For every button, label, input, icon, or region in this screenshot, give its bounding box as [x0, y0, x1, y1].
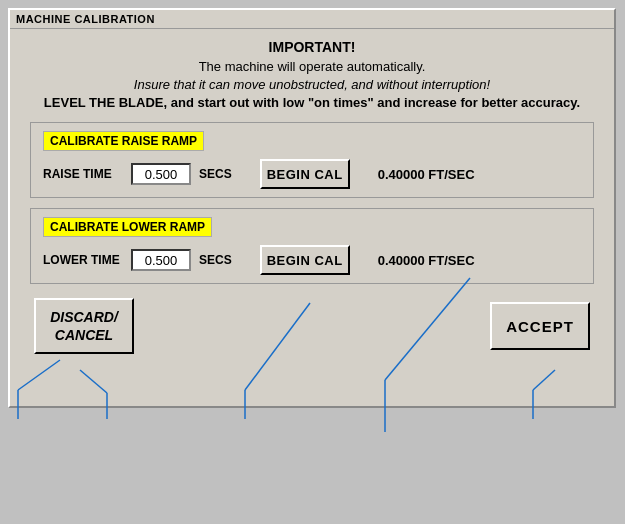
- line1: The machine will operate automatically.: [30, 59, 594, 74]
- lower-section-label: CALIBRATE LOWER RAMP: [43, 217, 212, 237]
- lower-begin-cal-button[interactable]: BEGIN CAL: [260, 245, 350, 275]
- lower-time-label: LOWER TIME: [43, 253, 123, 267]
- important-section: IMPORTANT! The machine will operate auto…: [30, 39, 594, 110]
- lower-ramp-section: CALIBRATE LOWER RAMP LOWER TIME SECS BEG…: [30, 208, 594, 284]
- raise-secs-label: SECS: [199, 167, 232, 181]
- raise-time-label: RAISE TIME: [43, 167, 123, 181]
- raise-ramp-section: CALIBRATE RAISE RAMP RAISE TIME SECS BEG…: [30, 122, 594, 198]
- dialog-title: MACHINE CALIBRATION: [16, 13, 155, 25]
- raise-begin-cal-button[interactable]: BEGIN CAL: [260, 159, 350, 189]
- dialog-titlebar: MACHINE CALIBRATION: [10, 10, 614, 29]
- lower-secs-label: SECS: [199, 253, 232, 267]
- lower-result: 0.40000 FT/SEC: [378, 253, 475, 268]
- accept-button[interactable]: ACCEPT: [490, 302, 590, 350]
- important-title: IMPORTANT!: [30, 39, 594, 55]
- line2: Insure that it can move unobstructed, an…: [30, 77, 594, 92]
- line3: LEVEL THE BLADE, and start out with low …: [30, 95, 594, 110]
- raise-result: 0.40000 FT/SEC: [378, 167, 475, 182]
- raise-section-label: CALIBRATE RAISE RAMP: [43, 131, 204, 151]
- discard-cancel-button[interactable]: DISCARD/ CANCEL: [34, 298, 134, 354]
- lower-time-input[interactable]: [131, 249, 191, 271]
- raise-time-input[interactable]: [131, 163, 191, 185]
- bottom-row: DISCARD/ CANCEL ACCEPT: [30, 298, 594, 354]
- annotation-area: 1 Ramp Rates 3 DISCARD/CANCEL button 2 B…: [0, 408, 625, 524]
- machine-calibration-dialog: MACHINE CALIBRATION IMPORTANT! The machi…: [8, 8, 616, 408]
